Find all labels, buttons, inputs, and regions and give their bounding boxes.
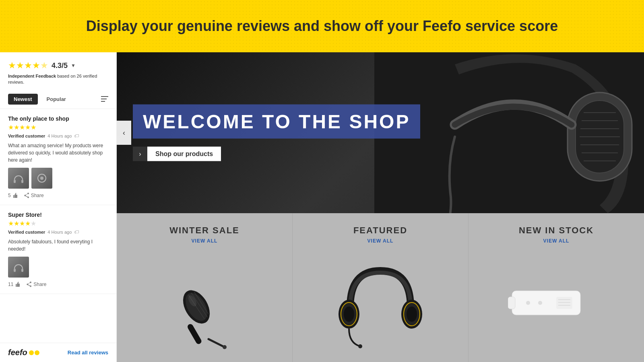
review-item: The only place to shop ★ ★ ★ ★ ★ Verifie… xyxy=(0,109,116,205)
svg-point-32 xyxy=(407,306,417,322)
sidebar-footer: feefo Read all reviews xyxy=(0,343,116,362)
r1-star-5: ★ xyxy=(31,123,36,131)
category-title-featured: FEATURED xyxy=(353,225,407,236)
r2-star-1: ★ xyxy=(8,220,14,227)
banner-title: Display your genuine reviews and show of… xyxy=(86,18,558,35)
review-image-1b[interactable] xyxy=(31,168,52,189)
share-label-2: Share xyxy=(33,282,46,287)
review-time-2: 4 Hours ago xyxy=(47,230,72,234)
feefo-eyes xyxy=(29,350,39,355)
svg-point-25 xyxy=(223,345,227,349)
feedback-label: Independent Feedback xyxy=(8,74,56,78)
review-images-1 xyxy=(8,168,108,189)
hero-title: WELCOME TO THE SHOP xyxy=(143,111,410,133)
svg-rect-8 xyxy=(21,269,23,272)
review-image-2a[interactable] xyxy=(8,257,29,278)
review-like-1[interactable]: 5 xyxy=(8,193,19,198)
share-label-1: Share xyxy=(31,193,44,198)
carousel-prev-icon: ‹ xyxy=(123,129,125,137)
feefo-eye-2 xyxy=(35,350,39,355)
svg-rect-4 xyxy=(21,180,23,183)
r2-star-5: ★ xyxy=(31,220,36,227)
star-5-half: ★ xyxy=(40,60,48,71)
independent-feedback: Independent Feedback based on 26 verifie… xyxy=(8,73,108,86)
review-count: 26 xyxy=(77,74,82,78)
headphones-svg xyxy=(336,255,425,351)
svg-rect-7 xyxy=(14,269,16,272)
feefo-eye-1 xyxy=(29,350,34,355)
product-image-microphone xyxy=(125,252,284,354)
sidebar-header: ★ ★ ★ ★ ★ 4.3/5 ▼ Independent Feedback b… xyxy=(0,52,116,90)
main-area: ★ ★ ★ ★ ★ 4.3/5 ▼ Independent Feedback b… xyxy=(0,52,644,362)
feefo-logo: feefo xyxy=(8,348,39,357)
view-all-winter[interactable]: VIEW ALL xyxy=(192,238,218,244)
view-all-new[interactable]: VIEW ALL xyxy=(543,238,570,244)
review-stars-1: ★ ★ ★ ★ ★ xyxy=(8,123,108,131)
star-1: ★ xyxy=(8,60,16,71)
review-actions-1: 5 Share xyxy=(8,193,108,198)
shop-btn-text[interactable]: Shop our products xyxy=(147,147,221,161)
shop-button-container: › Shop our products xyxy=(133,147,420,161)
hero-title-bg: WELCOME TO THE SHOP xyxy=(133,105,420,139)
review-item-2: Super Store! ★ ★ ★ ★ ★ Verified customer… xyxy=(0,205,116,294)
category-title-winter: WINTER SALE xyxy=(169,225,239,236)
tag-icon-2: 🏷 xyxy=(74,229,79,235)
review-text-1: What an amazing service! My products wer… xyxy=(8,142,108,164)
filter-icon[interactable] xyxy=(101,96,108,102)
stars-container: ★ ★ ★ ★ ★ xyxy=(8,60,48,71)
review-time-1: 4 Hours ago xyxy=(47,134,72,138)
svg-rect-3 xyxy=(14,180,16,183)
product-image-headphones xyxy=(301,252,460,354)
r2-star-3: ★ xyxy=(19,220,25,227)
sort-popular[interactable]: Popular xyxy=(41,94,72,105)
category-featured: FEATURED VIEW ALL xyxy=(293,213,469,362)
svg-point-29 xyxy=(344,306,354,322)
review-image-1a[interactable] xyxy=(8,168,29,189)
sort-bar: Newest Popular xyxy=(0,90,116,109)
svg-point-38 xyxy=(526,301,530,305)
review-actions-2: 11 Share xyxy=(8,282,108,287)
star-4: ★ xyxy=(32,60,40,71)
review-image-thumb-1b xyxy=(31,168,52,189)
shop-btn-arrow[interactable]: › xyxy=(133,147,147,161)
rating-row: ★ ★ ★ ★ ★ 4.3/5 ▼ xyxy=(8,60,108,71)
svg-point-6 xyxy=(40,177,43,180)
svg-rect-2 xyxy=(101,101,105,102)
review-images-2 xyxy=(8,257,108,278)
review-meta-2: Verified customer 4 Hours ago 🏷 xyxy=(8,229,108,235)
hero-text-container: WELCOME TO THE SHOP › Shop our products xyxy=(117,105,436,161)
hero-section: ‹ WELCOME TO THE SHOP › Shop our product… xyxy=(117,52,644,213)
category-new-in-stock: NEW IN STOCK VIEW ALL xyxy=(469,213,644,362)
device-svg xyxy=(508,271,605,335)
reviews-list: The only place to shop ★ ★ ★ ★ ★ Verifie… xyxy=(0,109,116,343)
microphone-svg xyxy=(168,255,241,351)
svg-rect-0 xyxy=(101,96,108,97)
r1-star-1: ★ xyxy=(8,123,14,131)
review-like-2[interactable]: 11 xyxy=(8,282,21,287)
svg-point-35 xyxy=(358,344,362,348)
like-count-1: 5 xyxy=(8,193,11,198)
review-image-thumb-2a xyxy=(8,257,29,278)
rating-dropdown[interactable]: ▼ xyxy=(71,63,76,68)
svg-rect-24 xyxy=(186,323,202,345)
svg-rect-1 xyxy=(101,99,107,99)
read-all-reviews-link[interactable]: Read all reviews xyxy=(68,350,108,356)
category-winter-sale: WINTER SALE VIEW ALL xyxy=(117,213,293,362)
r2-star-4: ★ xyxy=(25,220,31,227)
review-image-thumb-1a xyxy=(8,168,29,189)
svg-rect-37 xyxy=(508,297,515,309)
review-title-2: Super Store! xyxy=(8,212,108,218)
feefo-text: feefo xyxy=(8,348,27,357)
product-image-device xyxy=(477,252,636,354)
r1-star-3: ★ xyxy=(19,123,25,131)
like-count-2: 11 xyxy=(8,282,13,287)
review-share-2[interactable]: Share xyxy=(26,282,46,287)
sort-newest[interactable]: Newest xyxy=(8,94,38,105)
review-share-1[interactable]: Share xyxy=(24,193,44,198)
verified-customer-1: Verified customer xyxy=(8,134,45,138)
star-3: ★ xyxy=(24,60,32,71)
star-2: ★ xyxy=(16,60,24,71)
shop-content: ‹ WELCOME TO THE SHOP › Shop our product… xyxy=(117,52,644,362)
carousel-prev-button[interactable]: ‹ xyxy=(117,121,131,145)
view-all-featured[interactable]: VIEW ALL xyxy=(367,238,394,244)
